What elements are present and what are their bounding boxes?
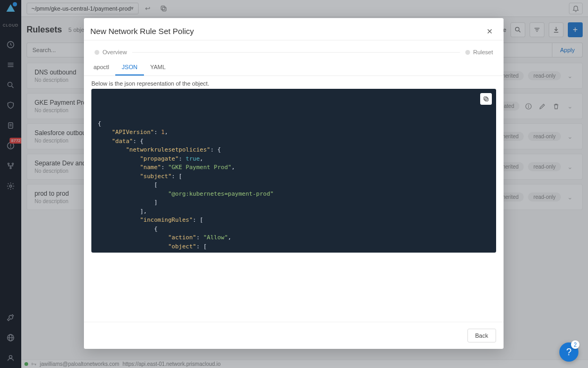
tab-yaml[interactable]: YAML	[144, 60, 172, 76]
modal-header: New Network Rule Set Policy ✕	[84, 18, 504, 40]
modal: New Network Rule Set Policy ✕ Overview R…	[84, 18, 504, 349]
json-note: Below is the json representation of the …	[88, 76, 499, 89]
help-bubble[interactable]: ? 2	[559, 342, 578, 362]
question-icon: ?	[566, 347, 572, 358]
json-code-block[interactable]: { "APIVersion": 1, "data": { "networkrul…	[91, 89, 496, 253]
svg-rect-35	[484, 97, 487, 100]
tab-apoctl[interactable]: apoctl	[87, 60, 115, 76]
modal-title: New Network Rule Set Policy	[90, 27, 194, 36]
modal-tabs: apoctl JSON YAML	[84, 60, 504, 76]
modal-footer: Back	[84, 322, 504, 349]
step-ruleset[interactable]: Ruleset	[465, 49, 493, 55]
tab-json[interactable]: JSON	[115, 60, 143, 76]
svg-rect-34	[485, 98, 488, 101]
back-button[interactable]: Back	[467, 329, 496, 342]
copy-button[interactable]	[480, 93, 492, 105]
modal-steps: Overview Ruleset	[84, 40, 504, 60]
step-overview[interactable]: Overview	[95, 49, 127, 55]
close-icon[interactable]: ✕	[487, 27, 493, 36]
json-content: { "APIVersion": 1, "data": { "networkrul…	[98, 120, 490, 253]
help-badge: 2	[571, 340, 580, 349]
